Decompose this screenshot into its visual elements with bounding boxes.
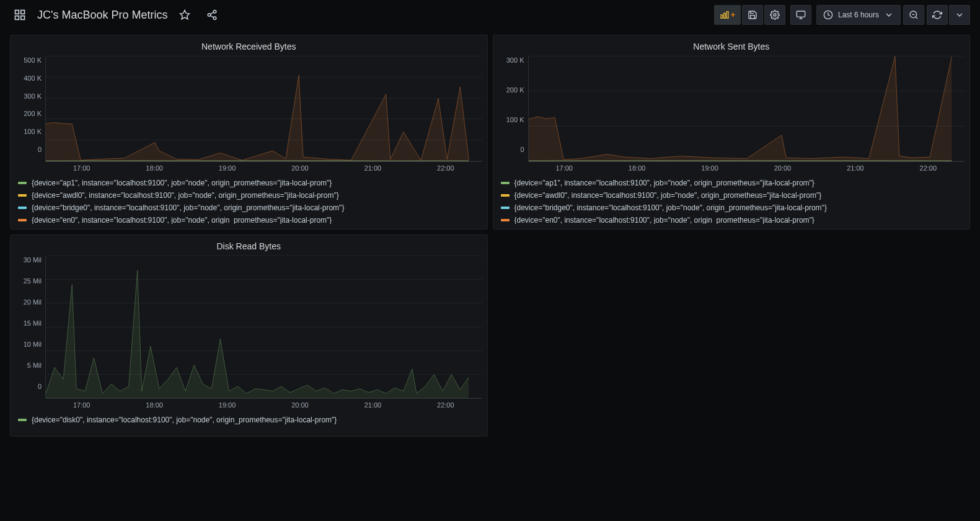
y-axis: 300 K200 K100 K0 (498, 56, 528, 162)
legend-label: {device="ap1", instance="localhost:9100"… (514, 177, 814, 189)
topbar-right: + Last 6 hours (714, 5, 970, 25)
legend-item[interactable]: {device="bridge0", instance="localhost:9… (501, 202, 963, 214)
svg-rect-2 (15, 16, 19, 20)
svg-line-8 (211, 16, 214, 17)
chart-area: 300 K200 K100 K0 (498, 56, 965, 162)
svg-point-13 (774, 14, 776, 16)
chart-area: 30 Mil25 Mil20 Mil15 Mil10 Mil5 Mil0 (15, 256, 482, 399)
svg-rect-11 (724, 13, 726, 18)
panel-network-received[interactable]: Network Received Bytes 500 K400 K300 K20… (10, 35, 488, 229)
legend-item[interactable]: {device="bridge0", instance="localhost:9… (18, 202, 480, 214)
svg-rect-3 (21, 16, 25, 20)
plot-svg (46, 256, 482, 398)
legend-swatch (501, 194, 510, 197)
chevron-down-icon (955, 10, 965, 20)
x-axis: 17:0018:0019:0020:0021:0022:00 (15, 162, 482, 172)
y-axis: 500 K400 K300 K200 K100 K0 (15, 56, 45, 162)
legend-label: {device="en0", instance="localhost:9100"… (32, 214, 332, 224)
y-axis: 30 Mil25 Mil20 Mil15 Mil10 Mil5 Mil0 (15, 256, 45, 399)
time-range-label: Last 6 hours (838, 11, 879, 19)
legend-item[interactable]: {device="ap1", instance="localhost:9100"… (18, 177, 480, 189)
legend-swatch (501, 207, 510, 209)
svg-rect-0 (15, 11, 19, 14)
legend: {device="ap1", instance="localhost:9100"… (501, 177, 963, 224)
dashboard-grid-icon[interactable] (10, 5, 30, 25)
panel-disk-read[interactable]: Disk Read Bytes 30 Mil25 Mil20 Mil15 Mil… (10, 234, 488, 437)
x-axis: 17:0018:0019:0020:0021:0022:00 (15, 399, 482, 409)
plot[interactable] (528, 56, 965, 162)
legend-swatch (18, 194, 27, 197)
svg-line-9 (211, 12, 214, 14)
svg-point-7 (214, 17, 217, 20)
topbar: JC's MacBook Pro Metrics + Last 6 hour (0, 0, 980, 30)
legend-swatch (18, 419, 27, 421)
plot-svg (529, 56, 965, 161)
panel-network-sent[interactable]: Network Sent Bytes 300 K200 K100 K0 17:0… (493, 35, 971, 229)
svg-rect-12 (726, 12, 728, 19)
legend: {device="disk0", instance="localhost:910… (18, 414, 480, 426)
svg-rect-1 (21, 11, 25, 14)
legend-label: {device="en0", instance="localhost:9100"… (514, 214, 814, 224)
tv-mode-button[interactable] (790, 5, 811, 25)
plot-svg (46, 56, 482, 161)
legend-swatch (501, 182, 510, 184)
legend-label: {device="ap1", instance="localhost:9100"… (32, 177, 332, 189)
legend: {device="ap1", instance="localhost:9100"… (18, 177, 480, 224)
legend-swatch (18, 182, 27, 184)
svg-marker-4 (180, 11, 190, 19)
dashboard-grid: Network Received Bytes 500 K400 K300 K20… (0, 30, 980, 442)
legend-label: {device="bridge0", instance="localhost:9… (32, 202, 344, 214)
plot[interactable] (45, 56, 482, 162)
legend-item[interactable]: {device="awdl0", instance="localhost:910… (501, 189, 963, 202)
zoom-out-button[interactable] (903, 5, 924, 25)
plot[interactable] (45, 256, 482, 399)
save-button[interactable] (742, 5, 763, 25)
legend-item[interactable]: {device="en0", instance="localhost:9100"… (18, 214, 480, 224)
legend-label: {device="disk0", instance="localhost:910… (32, 414, 337, 426)
legend-item[interactable]: {device="ap1", instance="localhost:9100"… (501, 177, 963, 189)
refresh-button[interactable] (927, 5, 948, 25)
legend-label: {device="bridge0", instance="localhost:9… (514, 202, 827, 214)
svg-rect-10 (721, 15, 723, 18)
topbar-left: JC's MacBook Pro Metrics (10, 5, 222, 25)
add-panel-button[interactable]: + (714, 5, 741, 25)
legend-label: {device="awdl0", instance="localhost:910… (32, 189, 339, 202)
legend-item[interactable]: {device="disk0", instance="localhost:910… (18, 414, 480, 426)
svg-line-19 (916, 17, 917, 19)
refresh-interval-button[interactable] (949, 5, 970, 25)
share-icon[interactable] (202, 5, 222, 25)
legend-item[interactable]: {device="en0", instance="localhost:9100"… (501, 214, 963, 224)
legend-label: {device="awdl0", instance="localhost:910… (514, 189, 822, 202)
dashboard-title: JC's MacBook Pro Metrics (37, 9, 167, 22)
svg-point-6 (208, 14, 211, 17)
x-axis: 17:0018:0019:0020:0021:0022:00 (498, 162, 965, 172)
legend-swatch (18, 219, 27, 221)
svg-point-5 (214, 11, 217, 14)
legend-item[interactable]: {device="awdl0", instance="localhost:910… (18, 189, 480, 202)
panel-title: Disk Read Bytes (15, 239, 482, 256)
chart-area: 500 K400 K300 K200 K100 K0 (15, 56, 482, 162)
legend-swatch (18, 207, 27, 209)
panel-title: Network Sent Bytes (498, 39, 965, 56)
time-range-picker[interactable]: Last 6 hours (816, 5, 901, 25)
settings-button[interactable] (764, 5, 785, 25)
star-icon[interactable] (175, 5, 195, 25)
chevron-down-icon (884, 10, 894, 20)
panel-title: Network Received Bytes (15, 39, 482, 56)
legend-swatch (501, 219, 510, 221)
svg-rect-14 (797, 11, 805, 17)
